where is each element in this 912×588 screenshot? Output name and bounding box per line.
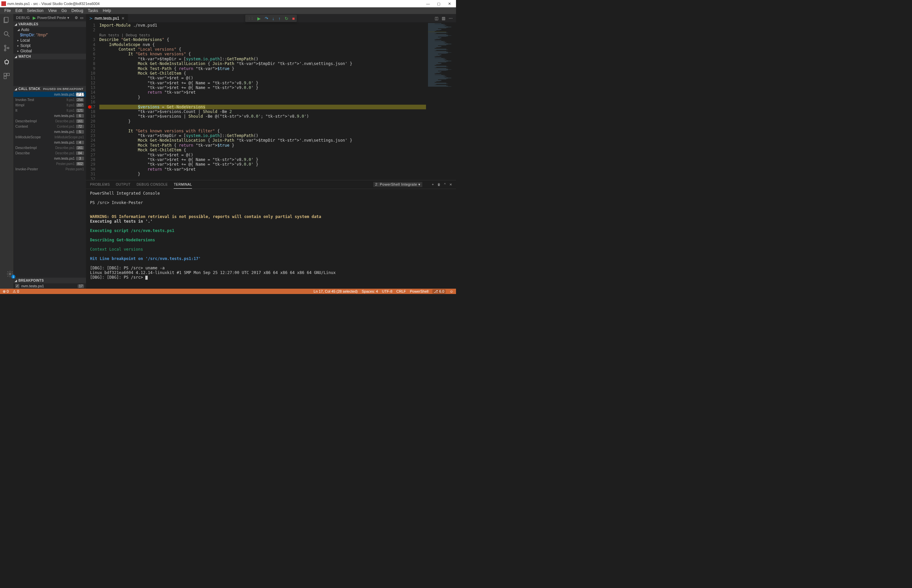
tab-nvm-tests[interactable]: ≻ nvm.tests.ps1 ✕	[86, 14, 128, 22]
callstack-frame[interactable]: DescribeImplDescribe.ps1161	[13, 145, 86, 150]
debug-sidebar: DEBUG ▶ PowerShell Peste ▾ ⚙ ▭ ◢VARIABLE…	[13, 14, 86, 289]
split-editor-icon[interactable]: ◫	[435, 16, 438, 21]
callstack-section-header[interactable]: ◢CALL STACK PAUSED ON BREAKPOINT	[13, 86, 86, 92]
debug-label: DEBUG	[16, 16, 30, 20]
explorer-icon[interactable]	[3, 16, 11, 24]
svg-rect-16	[4, 76, 6, 79]
callstack-frame[interactable]: ContextContext.ps172	[13, 124, 86, 129]
minimize-button[interactable]: —	[423, 2, 433, 6]
continue-button[interactable]: ▶	[257, 16, 261, 21]
extensions-icon[interactable]	[3, 72, 11, 80]
svg-line-11	[8, 63, 9, 63]
search-icon[interactable]	[3, 30, 11, 38]
close-window-button[interactable]: ✕	[444, 2, 455, 6]
close-tab-icon[interactable]: ✕	[121, 16, 125, 21]
svg-point-6	[5, 60, 9, 64]
menu-go[interactable]: Go	[59, 8, 69, 13]
status-feedback[interactable]: ☺	[450, 289, 454, 293]
callstack-frame[interactable]: Invoke-PesterPester.psm1	[13, 166, 86, 172]
status-encoding[interactable]: UTF-8	[382, 289, 392, 293]
menu-help[interactable]: Help	[100, 8, 113, 13]
terminal-selector[interactable]: 2: PowerShell Integrate ▾	[373, 182, 423, 187]
step-into-button[interactable]: ↓	[272, 16, 274, 21]
window-title: nvm.tests.ps1 - src - Visual Studio Code…	[7, 2, 100, 6]
callstack-frame[interactable]: InModuleScopeInModuleScope.ps1	[13, 134, 86, 140]
breakpoints-section-header[interactable]: ◢BREAKPOINTS	[13, 278, 86, 283]
debug-icon[interactable]	[3, 58, 11, 66]
toggle-layout-icon[interactable]: ▥	[442, 16, 446, 21]
callstack-frame[interactable]: ItImplIt.ps1207	[13, 102, 86, 108]
debug-settings-icon[interactable]: ⚙	[75, 16, 78, 20]
debug-console-icon[interactable]: ▭	[80, 16, 83, 20]
scope-script[interactable]: ▸Script	[13, 43, 86, 48]
restart-button[interactable]: ↻	[285, 16, 288, 21]
svg-point-5	[7, 47, 9, 49]
panel-tab-problems[interactable]: PROBLEMS	[90, 183, 110, 186]
status-errors[interactable]: ⊗ 0	[3, 289, 9, 294]
maximize-panel-icon[interactable]: ^	[444, 183, 446, 186]
scope-auto[interactable]: ◢Auto	[13, 27, 86, 32]
panel-tab-output[interactable]: OUTPUT	[116, 183, 131, 186]
maximize-button[interactable]: ▢	[433, 2, 444, 6]
debug-config-selector[interactable]: PowerShell Peste ▾	[37, 16, 69, 20]
stop-button[interactable]: ■	[292, 16, 295, 21]
app-icon	[1, 1, 6, 6]
settings-gear-icon[interactable]: 1	[6, 270, 14, 278]
kill-terminal-icon[interactable]: 🗑	[437, 183, 441, 186]
svg-rect-0	[5, 17, 8, 22]
menu-selection[interactable]: Selection	[25, 8, 46, 13]
callstack-frame[interactable]: Pester.psm1802	[13, 161, 86, 166]
terminal-content[interactable]: PowerShell Integrated Console PS /src> I…	[86, 189, 456, 289]
svg-point-3	[4, 45, 6, 47]
menu-view[interactable]: View	[46, 8, 59, 13]
callstack-frame[interactable]: nvm.tests.ps14	[13, 140, 86, 145]
debug-toolbar[interactable]: ⋮⋮ ▶ ↷ ↓ ↑ ↻ ■	[245, 15, 297, 22]
line-number-gutter[interactable]: 1234567891011121314151617181920212223242…	[86, 22, 99, 180]
status-warnings[interactable]: ⚠ 0	[13, 289, 19, 294]
svg-rect-14	[4, 73, 6, 76]
code-editor[interactable]: Import-Module ./nvm.psd1 Run tests | Deb…	[99, 22, 426, 180]
status-bar: ⊗ 0 ⚠ 0 Ln 17, Col 45 (28 selected) Spac…	[0, 289, 456, 294]
callstack-frame[interactable]: Invoke-TestIt.ps1258	[13, 97, 86, 102]
callstack-frame[interactable]: DescribeImplDescribe.ps1161	[13, 118, 86, 124]
variable-tmpdir[interactable]: $tmpDir: "/tmp/"	[13, 32, 86, 38]
callstack-frame[interactable]: nvm.tests.ps13	[13, 156, 86, 161]
callstack-frame[interactable]: ItIt.ps1121	[13, 108, 86, 113]
panel-tab-terminal[interactable]: TERMINAL	[174, 183, 192, 189]
scope-global[interactable]: ▸Global	[13, 48, 86, 54]
menu-file[interactable]: File	[2, 8, 13, 13]
svg-point-1	[4, 32, 8, 36]
close-panel-icon[interactable]: ✕	[449, 183, 452, 186]
status-spaces[interactable]: Spaces: 4	[362, 289, 378, 293]
status-language[interactable]: PowerShell	[410, 289, 429, 293]
bottom-panel: PROBLEMS OUTPUT DEBUG CONSOLE TERMINAL 2…	[86, 180, 456, 289]
minimap[interactable]	[426, 22, 456, 180]
watch-section-header[interactable]: ◢WATCH	[13, 54, 86, 59]
step-out-button[interactable]: ↑	[278, 16, 281, 21]
status-eol[interactable]: CRLF	[396, 289, 406, 293]
powershell-file-icon: ≻	[89, 16, 93, 21]
start-debug-icon[interactable]: ▶	[33, 15, 36, 20]
svg-point-17	[9, 273, 11, 275]
status-git[interactable]: ⎇ 6.0	[433, 289, 446, 294]
callstack-frame[interactable]: nvm.tests.ps117:17	[13, 92, 86, 97]
menu-tasks[interactable]: Tasks	[86, 8, 101, 13]
callstack-frame[interactable]: DescribeDescribe.ps184	[13, 150, 86, 156]
new-terminal-icon[interactable]: +	[432, 183, 434, 186]
status-lncol[interactable]: Ln 17, Col 45 (28 selected)	[314, 289, 358, 293]
grip-icon[interactable]: ⋮⋮	[247, 16, 253, 21]
scope-local[interactable]: ▸Local	[13, 38, 86, 43]
breakpoint-item[interactable]: ✓nvm.tests.ps117	[13, 283, 86, 289]
menu-edit[interactable]: Edit	[13, 8, 25, 13]
svg-rect-15	[7, 73, 9, 76]
menu-debug[interactable]: Debug	[69, 8, 86, 13]
step-over-button[interactable]: ↷	[265, 16, 268, 21]
callstack-frame[interactable]: nvm.tests.ps16	[13, 113, 86, 118]
paused-status: PAUSED ON BREAKPOINT	[43, 87, 85, 90]
callstack-frame[interactable]: nvm.tests.ps15	[13, 129, 86, 134]
source-control-icon[interactable]	[3, 44, 11, 52]
variables-section-header[interactable]: ◢VARIABLES	[13, 21, 86, 27]
more-actions-icon[interactable]: ⋯	[449, 16, 453, 21]
panel-tab-debugconsole[interactable]: DEBUG CONSOLE	[137, 183, 168, 186]
svg-line-9	[8, 61, 9, 61]
